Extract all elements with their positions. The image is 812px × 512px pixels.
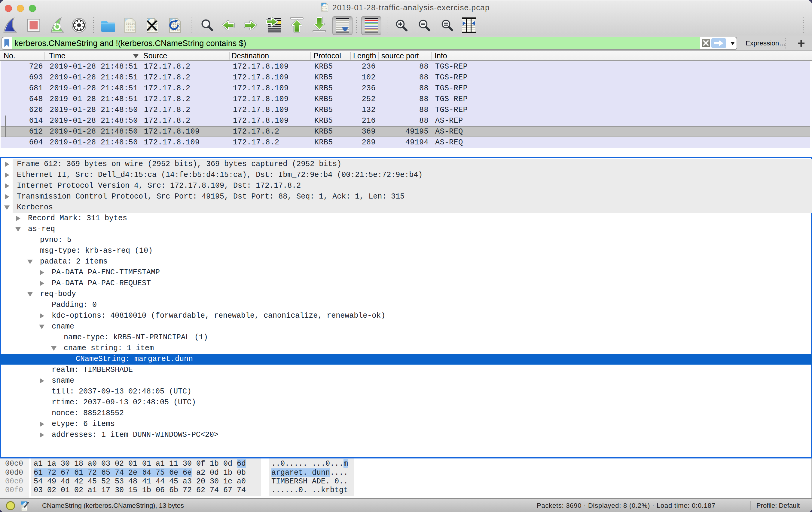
svg-text:0110: 0110: [22, 509, 26, 511]
svg-text:01110: 01110: [126, 29, 135, 32]
svg-text:0111: 0111: [322, 9, 327, 11]
